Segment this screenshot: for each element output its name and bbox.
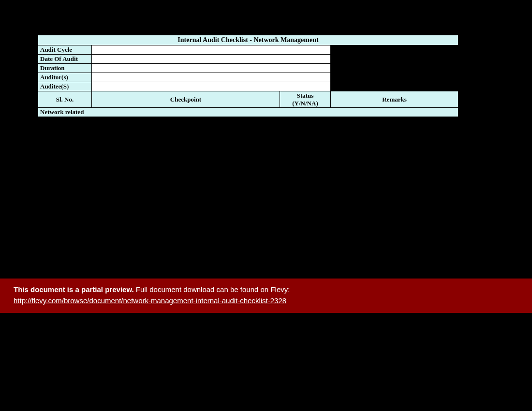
meta-value[interactable] bbox=[92, 73, 331, 82]
meta-label: Audit Cycle bbox=[38, 45, 92, 55]
meta-value[interactable] bbox=[92, 64, 331, 73]
meta-blank bbox=[331, 82, 458, 91]
meta-value[interactable] bbox=[92, 45, 331, 55]
header-status: Status (Y/N/NA) bbox=[280, 91, 331, 108]
header-status-line1: Status bbox=[297, 92, 314, 100]
meta-label: Auditee(S) bbox=[38, 82, 92, 91]
meta-value[interactable] bbox=[92, 55, 331, 64]
meta-row-date-of-audit: Date Of Audit bbox=[38, 55, 458, 64]
meta-blank bbox=[331, 45, 458, 55]
meta-blank bbox=[331, 64, 458, 73]
preview-banner: This document is a partial preview. Full… bbox=[0, 279, 532, 313]
banner-link[interactable]: http://flevy.com/browse/document/network… bbox=[14, 296, 286, 305]
audit-checklist-sheet: Internal Audit Checklist - Network Manag… bbox=[38, 35, 458, 117]
header-checkpoint: Checkpoint bbox=[92, 91, 280, 108]
meta-blank bbox=[331, 55, 458, 64]
meta-label: Auditor(s) bbox=[38, 73, 92, 82]
meta-label: Duration bbox=[38, 64, 92, 73]
banner-rest-text: Full document download can be found on F… bbox=[134, 285, 290, 294]
meta-row-auditees: Auditee(S) bbox=[38, 82, 458, 91]
meta-blank bbox=[331, 73, 458, 82]
meta-row-auditors: Auditor(s) bbox=[38, 73, 458, 82]
sheet-title: Internal Audit Checklist - Network Manag… bbox=[38, 35, 458, 45]
table-header-row: Sl. No. Checkpoint Status (Y/N/NA) Remar… bbox=[38, 91, 458, 108]
section-label: Network related bbox=[38, 108, 458, 117]
meta-label: Date Of Audit bbox=[38, 55, 92, 64]
section-row-network-related: Network related bbox=[38, 108, 458, 117]
meta-row-audit-cycle: Audit Cycle bbox=[38, 45, 458, 55]
header-slno: Sl. No. bbox=[38, 91, 92, 108]
banner-bold-text: This document is a partial preview. bbox=[14, 285, 134, 294]
meta-row-duration: Duration bbox=[38, 64, 458, 73]
header-remarks: Remarks bbox=[331, 91, 458, 108]
header-status-line2: (Y/N/NA) bbox=[292, 100, 318, 107]
meta-value[interactable] bbox=[92, 82, 331, 91]
